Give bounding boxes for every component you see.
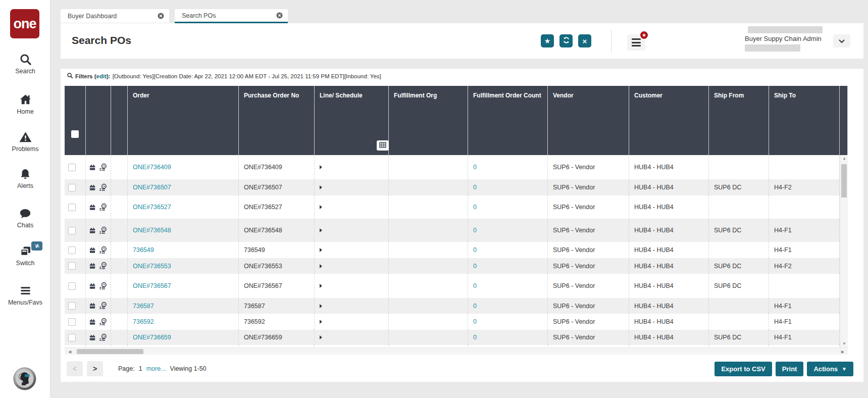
schedule-clock-icon[interactable] [98,183,107,192]
sidebar-item-switch[interactable]: Switch [0,244,50,267]
user-avatar[interactable] [13,367,36,390]
schedule-clock-icon[interactable] [98,333,107,342]
row-checkbox[interactable] [68,184,76,191]
sidebar-item-search[interactable]: Search [0,53,50,75]
column-header-ship-from[interactable]: Ship From [709,86,769,155]
close-icon[interactable] [276,12,283,19]
user-menu-chevron-button[interactable] [833,34,850,47]
schedule-clock-icon[interactable] [98,302,107,310]
po-document-icon[interactable] [89,318,96,326]
order-link[interactable]: ONE#736567 [133,282,171,289]
sidebar-item-alerts[interactable]: Alerts [0,168,50,189]
scroll-down-arrow-icon[interactable]: ▼ [840,341,848,346]
scroll-left-arrow-icon[interactable]: ◀ [66,350,74,354]
po-document-icon[interactable] [89,282,96,290]
fo-count-link[interactable]: 0 [473,263,477,270]
schedule-clock-icon[interactable] [98,226,107,235]
order-link[interactable]: ONE#736507 [133,184,171,191]
fo-count-link[interactable]: 0 [473,184,477,191]
column-header-order[interactable]: Order [128,86,239,155]
row-checkbox[interactable] [68,246,76,254]
order-link[interactable]: ONE#736409 [133,164,171,171]
row-checkbox[interactable] [68,282,76,290]
order-link[interactable]: ONE#736553 [133,263,171,270]
previous-page-button[interactable]: < [67,361,83,376]
expand-caret-icon[interactable] [320,205,322,209]
fo-count-link[interactable]: 0 [473,246,477,254]
fo-count-link[interactable]: 0 [473,282,477,289]
fo-count-link[interactable]: 0 [473,227,477,234]
expand-caret-icon[interactable] [320,320,322,324]
expand-caret-icon[interactable] [320,304,322,308]
po-document-icon[interactable] [89,227,96,234]
expand-caret-icon[interactable] [320,165,322,169]
scroll-right-arrow-icon[interactable]: ▶ [839,350,847,354]
po-document-icon[interactable] [89,262,96,270]
horizontal-scrollbar[interactable]: ◀ ▶ [65,347,848,355]
schedule-clock-icon[interactable] [98,318,107,326]
vertical-scrollbar[interactable]: ▲ ▼ [840,155,848,347]
expand-caret-icon[interactable] [320,185,322,189]
expand-caret-icon[interactable] [320,335,322,339]
schedule-clock-icon[interactable] [98,203,107,212]
row-checkbox[interactable] [68,164,76,171]
switch-arrows-badge-icon[interactable] [31,241,42,251]
fo-count-link[interactable]: 0 [473,334,477,341]
next-page-button[interactable]: > [87,361,103,376]
column-header-fulfillment-order-count[interactable]: Fulfillment Order Count [468,86,548,155]
row-checkbox[interactable] [68,302,76,310]
order-link[interactable]: 736549 [133,246,154,254]
favorite-star-button[interactable]: ★ [541,34,554,47]
order-link[interactable]: 736587 [133,303,154,310]
column-header-purchase-order-no[interactable]: Purchase Order No [239,86,315,155]
fo-count-link[interactable]: 0 [473,318,477,325]
expand-caret-icon[interactable] [320,248,322,252]
tab-buyer-dashboard[interactable]: Buyer Dashboard [61,9,169,23]
export-to-csv-button[interactable]: Export to CSV [714,362,772,376]
order-link[interactable]: ONE#736659 [133,334,171,341]
expand-caret-icon[interactable] [320,228,322,232]
column-header-ship-to[interactable]: Ship To [769,86,848,155]
schedule-clock-icon[interactable] [98,262,107,270]
row-checkbox[interactable] [68,334,76,341]
sidebar-item-home[interactable]: Home [0,93,50,115]
tab-search-pos[interactable]: Search POs [175,9,288,23]
horizontal-scroll-thumb[interactable] [77,349,143,354]
schedule-clock-icon[interactable] [98,282,107,290]
po-document-icon[interactable] [89,204,96,211]
order-link[interactable]: ONE#736548 [133,227,171,234]
fo-count-link[interactable]: 0 [473,204,477,211]
refresh-button[interactable] [559,34,573,47]
column-header-fulfillment-org[interactable]: Fulfillment Org [389,86,468,155]
sidebar-item-menus-favs[interactable]: Menus/Favs [0,284,50,306]
actions-dropdown-button[interactable]: Actions ▼ [807,362,853,376]
sidebar-item-problems[interactable]: Problems [0,130,50,153]
row-checkbox[interactable] [68,204,76,211]
fo-count-link[interactable]: 0 [473,164,477,171]
order-link[interactable]: ONE#736527 [133,204,171,211]
scroll-up-arrow-icon[interactable]: ▲ [840,156,848,161]
fo-count-link[interactable]: 0 [473,303,477,310]
expand-caret-icon[interactable] [320,264,322,268]
grid-view-button[interactable] [377,140,389,151]
more-pages-link[interactable]: more... [146,365,166,372]
vertical-scroll-thumb[interactable] [841,164,847,197]
column-header-vendor[interactable]: Vendor [548,86,629,155]
print-button[interactable]: Print [776,362,804,376]
expand-caret-icon[interactable] [320,284,322,288]
select-all-checkbox[interactable] [71,130,79,138]
column-header-customer[interactable]: Customer [629,86,709,155]
order-link[interactable]: 736592 [133,318,154,325]
schedule-clock-icon[interactable] [98,246,107,255]
row-checkbox[interactable] [68,318,76,326]
po-document-icon[interactable] [89,246,96,254]
row-checkbox[interactable] [68,262,76,270]
row-checkbox[interactable] [68,227,76,234]
menu-button[interactable]: ★ [627,34,645,51]
schedule-clock-icon[interactable] [98,163,107,172]
po-document-icon[interactable] [89,334,96,341]
user-info[interactable]: Buyer Suppy Chain Admin [745,24,826,52]
filters-edit-link[interactable]: edit [96,73,107,79]
po-document-icon[interactable] [89,164,96,171]
close-page-button[interactable]: × [578,34,591,47]
